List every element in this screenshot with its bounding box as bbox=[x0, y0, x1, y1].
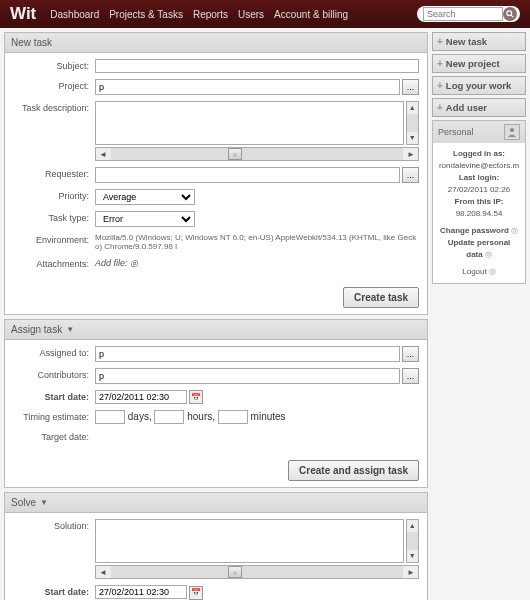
contributors-lookup-button[interactable]: ... bbox=[402, 368, 419, 384]
avatar-icon bbox=[504, 124, 520, 140]
brand-logo: Wit bbox=[10, 4, 36, 24]
label-project: Project: bbox=[13, 79, 95, 91]
label-contributors: Contributors: bbox=[13, 368, 95, 380]
subject-input[interactable] bbox=[95, 59, 419, 73]
search-button[interactable] bbox=[503, 7, 517, 21]
label-solution: Solution: bbox=[13, 519, 95, 531]
label-timing-estimate: Timing estimate: bbox=[13, 410, 95, 422]
calendar-icon-2[interactable]: 📅 bbox=[189, 586, 203, 600]
label-requester: Requester: bbox=[13, 167, 95, 179]
environment-value: Mozilla/5.0 (Windows; U; Windows NT 6.0;… bbox=[95, 233, 419, 251]
side-add-user[interactable]: +Add user bbox=[432, 98, 526, 117]
contributors-input[interactable] bbox=[95, 368, 400, 384]
est-hours-input[interactable] bbox=[154, 410, 184, 424]
side-new-project[interactable]: +New project bbox=[432, 54, 526, 73]
search-box bbox=[417, 6, 520, 22]
side-new-task[interactable]: +New task bbox=[432, 32, 526, 51]
create-task-button[interactable]: Create task bbox=[343, 287, 419, 308]
label-attachments: Attachments: bbox=[13, 257, 95, 269]
side-log-work[interactable]: +Log your work bbox=[432, 76, 526, 95]
panel-new-task: New task Subject: Project:... Task descr… bbox=[4, 32, 428, 315]
task-description-textarea[interactable] bbox=[95, 101, 404, 145]
logout-link[interactable]: Logout bbox=[462, 267, 486, 276]
plus-icon: + bbox=[437, 80, 443, 91]
est-minutes-input[interactable] bbox=[218, 410, 248, 424]
panel-header-solve[interactable]: Solve ▼ bbox=[5, 493, 427, 513]
start-date-1-input[interactable] bbox=[95, 390, 187, 404]
update-data-link[interactable]: Update personal data bbox=[448, 238, 511, 259]
start-date-2-input[interactable] bbox=[95, 585, 187, 599]
label-start-date-2: Start date: bbox=[13, 585, 95, 597]
nav-projects[interactable]: Projects & Tasks bbox=[109, 9, 183, 20]
plus-icon: + bbox=[437, 36, 443, 47]
topbar: Wit Dashboard Projects & Tasks Reports U… bbox=[0, 0, 530, 28]
sol-hscroll[interactable]: ◄⁞⁞► bbox=[95, 565, 419, 579]
plus-icon: + bbox=[437, 58, 443, 69]
panel-header-assign[interactable]: Assign task ▼ bbox=[5, 320, 427, 340]
label-priority: Priority: bbox=[13, 189, 95, 201]
create-assign-button[interactable]: Create and assign task bbox=[288, 460, 419, 481]
assigned-to-input[interactable] bbox=[95, 346, 400, 362]
label-subject: Subject: bbox=[13, 59, 95, 71]
label-task-type: Task type: bbox=[13, 211, 95, 223]
chevron-down-icon: ▼ bbox=[66, 325, 74, 334]
task-type-select[interactable]: Error bbox=[95, 211, 195, 227]
last-login-line: Last login: 27/02/2011 02:26 bbox=[438, 172, 520, 196]
add-file-link[interactable]: Add file: ◎ bbox=[95, 258, 138, 268]
panel-solve: Solve ▼ Solution: ▲▼ ◄⁞⁞► Start date:📅 T… bbox=[4, 492, 428, 600]
personal-panel: Personal Logged in as: rondalevine@ector… bbox=[432, 120, 526, 284]
sol-vscroll[interactable]: ▲▼ bbox=[406, 519, 419, 563]
label-task-desc: Task description: bbox=[13, 101, 95, 113]
requester-lookup-button[interactable]: ... bbox=[402, 167, 419, 183]
change-password-link[interactable]: Change password bbox=[440, 226, 509, 235]
assigned-lookup-button[interactable]: ... bbox=[402, 346, 419, 362]
from-ip-line: From this IP: 98.208.94.54 bbox=[438, 196, 520, 220]
solution-textarea[interactable] bbox=[95, 519, 404, 563]
label-target-date-1: Target date: bbox=[13, 430, 95, 442]
calendar-icon-1[interactable]: 📅 bbox=[189, 390, 203, 404]
label-assigned-to: Assigned to: bbox=[13, 346, 95, 358]
logged-in-line: Logged in as: rondalevine@ectors.m bbox=[438, 148, 520, 172]
panel-assign-task: Assign task ▼ Assigned to:... Contributo… bbox=[4, 319, 428, 488]
label-start-date-1: Start date: bbox=[13, 390, 95, 402]
svg-line-1 bbox=[511, 15, 513, 17]
personal-header: Personal bbox=[433, 121, 525, 143]
main-nav: Dashboard Projects & Tasks Reports Users… bbox=[50, 9, 417, 20]
project-lookup-button[interactable]: ... bbox=[402, 79, 419, 95]
est-days-input[interactable] bbox=[95, 410, 125, 424]
svg-point-2 bbox=[510, 128, 514, 132]
sidebar: +New task +New project +Log your work +A… bbox=[432, 32, 526, 284]
nav-users[interactable]: Users bbox=[238, 9, 264, 20]
panel-header-new-task: New task bbox=[5, 33, 427, 53]
desc-vscroll[interactable]: ▲▼ bbox=[406, 101, 419, 145]
search-input[interactable] bbox=[423, 7, 503, 21]
priority-select[interactable]: Average bbox=[95, 189, 195, 205]
nav-dashboard[interactable]: Dashboard bbox=[50, 9, 99, 20]
label-environment: Environment: bbox=[13, 233, 95, 245]
desc-hscroll[interactable]: ◄⁞⁞► bbox=[95, 147, 419, 161]
project-input[interactable] bbox=[95, 79, 400, 95]
chevron-down-icon: ▼ bbox=[40, 498, 48, 507]
requester-input[interactable] bbox=[95, 167, 400, 183]
nav-reports[interactable]: Reports bbox=[193, 9, 228, 20]
nav-account[interactable]: Account & billing bbox=[274, 9, 348, 20]
plus-icon: + bbox=[437, 102, 443, 113]
